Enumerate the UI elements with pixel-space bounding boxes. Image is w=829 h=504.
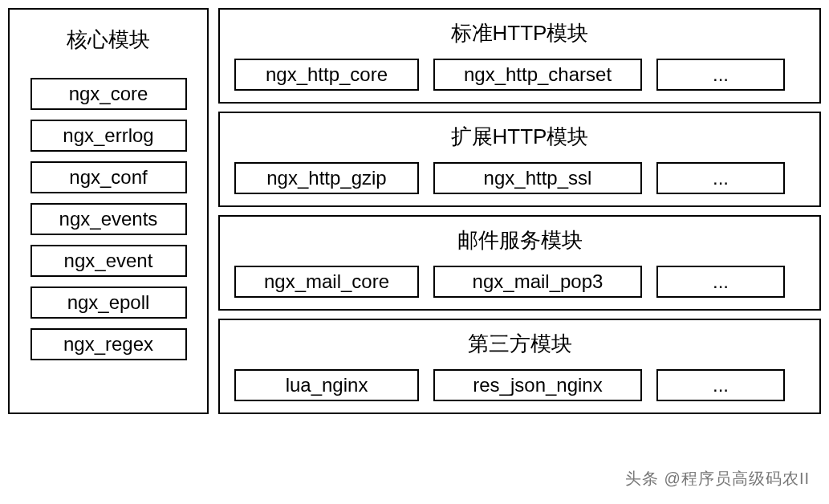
module-item-ellipsis: ... xyxy=(656,266,785,298)
module-item: lua_nginx xyxy=(234,369,419,401)
module-item: ngx_http_gzip xyxy=(234,162,419,194)
watermark-text: 头条 @程序员高级码农II xyxy=(625,468,810,490)
standard-http-modules-group: 标准HTTP模块 ngx_http_core ngx_http_charset … xyxy=(218,8,821,104)
group-title: 标准HTTP模块 xyxy=(234,19,805,47)
mail-service-modules-group: 邮件服务模块 ngx_mail_core ngx_mail_pop3 ... xyxy=(218,215,821,311)
module-item-ellipsis: ... xyxy=(656,162,785,194)
right-panels-column: 标准HTTP模块 ngx_http_core ngx_http_charset … xyxy=(218,8,821,414)
group-title: 邮件服务模块 xyxy=(234,226,805,254)
module-item: ngx_http_core xyxy=(234,59,419,91)
module-item-ellipsis: ... xyxy=(656,59,785,91)
module-item: ngx_events xyxy=(30,203,187,235)
module-item: ngx_core xyxy=(30,78,187,110)
module-item-ellipsis: ... xyxy=(656,369,785,401)
diagram-container: 核心模块 ngx_core ngx_errlog ngx_conf ngx_ev… xyxy=(8,8,821,414)
group-title: 第三方模块 xyxy=(234,330,805,358)
group-items-row: lua_nginx res_json_nginx ... xyxy=(234,369,805,401)
module-item: ngx_http_ssl xyxy=(433,162,642,194)
module-item: ngx_http_charset xyxy=(433,59,642,91)
core-modules-panel: 核心模块 ngx_core ngx_errlog ngx_conf ngx_ev… xyxy=(8,8,209,414)
extended-http-modules-group: 扩展HTTP模块 ngx_http_gzip ngx_http_ssl ... xyxy=(218,112,821,207)
group-items-row: ngx_mail_core ngx_mail_pop3 ... xyxy=(234,266,805,298)
core-modules-title: 核心模块 xyxy=(67,26,150,54)
module-item: ngx_regex xyxy=(30,328,187,360)
module-item: ngx_mail_core xyxy=(234,266,419,298)
module-item: ngx_errlog xyxy=(30,120,187,152)
group-items-row: ngx_http_gzip ngx_http_ssl ... xyxy=(234,162,805,194)
module-item: ngx_event xyxy=(30,245,187,277)
module-item: ngx_mail_pop3 xyxy=(433,266,642,298)
module-item: ngx_conf xyxy=(30,161,187,193)
group-items-row: ngx_http_core ngx_http_charset ... xyxy=(234,59,805,91)
third-party-modules-group: 第三方模块 lua_nginx res_json_nginx ... xyxy=(218,319,821,414)
group-title: 扩展HTTP模块 xyxy=(234,123,805,151)
module-item: res_json_nginx xyxy=(433,369,642,401)
module-item: ngx_epoll xyxy=(30,287,187,319)
